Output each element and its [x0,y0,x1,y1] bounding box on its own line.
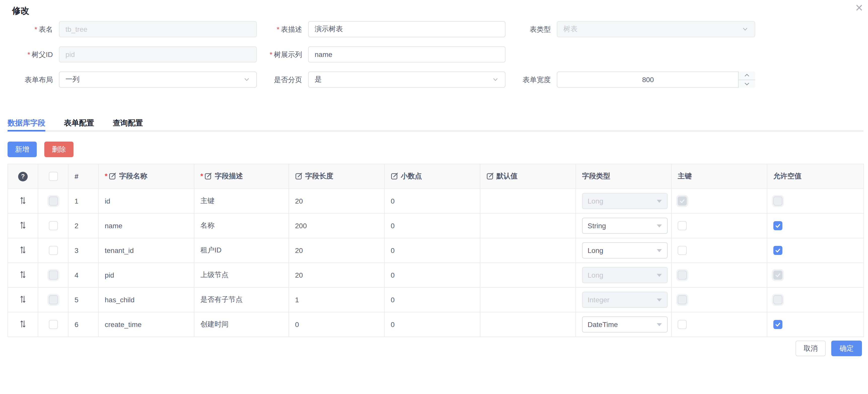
drag-handle-icon[interactable] [20,295,26,303]
tab-query-config[interactable]: 查询配置 [113,115,143,131]
row-select-checkbox [49,295,58,304]
row-select-cell [38,189,68,214]
primary-key-cell [672,263,767,287]
row-select-cell [38,263,68,287]
field-type-select[interactable]: Long [582,242,668,258]
field-type-cell: Long [576,189,672,214]
primary-key-cell [672,287,767,312]
table-name-label: *表名 [0,21,53,37]
field-type-value: Long [588,246,603,254]
field-name-cell: name [98,214,194,238]
row-select-cell [38,287,68,312]
allow-null-cell [767,312,864,337]
row-index-cell: 3 [68,238,98,263]
field-desc-cell: 是否有子节点 [194,287,289,312]
row-select-cell [38,312,68,337]
drag-cell [8,287,38,312]
close-icon[interactable]: × [856,0,863,15]
column-header: 允许空值 [767,164,864,189]
modify-dialog: 修改 × *表名tb_tree*表描述演示树表表类型树表*树父IDpid*树展示… [0,0,868,394]
drag-handle-icon[interactable] [20,221,26,229]
drag-handle-icon[interactable] [20,320,26,328]
allow-null-checkbox[interactable] [773,246,782,255]
column-header: # [68,164,98,189]
primary-key-checkbox[interactable] [678,320,687,329]
column-header-label: 允许空值 [773,172,802,180]
primary-key-checkbox[interactable] [678,246,687,255]
primary-key-checkbox [678,197,687,205]
triangle-down-icon [656,323,662,326]
edit-icon [205,172,212,181]
number-stepper [738,72,755,88]
field-type-value: DateTime [588,320,618,329]
table-toolbar: 新增 删除 [7,142,73,157]
default-value-cell [480,214,576,238]
column-header: 默认值 [480,164,576,189]
stepper-down-button[interactable] [739,80,755,88]
table-row: 1id主键200Long [8,189,864,214]
decimal-cell: 0 [384,312,480,337]
form-layout-select[interactable]: 一列 [59,72,257,88]
triangle-down-icon [656,224,662,227]
select-all-checkbox[interactable] [49,172,58,181]
field-type-select[interactable]: DateTime [582,316,668,333]
form-layout-label: 表单布局 [0,72,53,88]
drag-cell [8,238,38,263]
field-length-cell: 20 [289,238,384,263]
allow-null-checkbox [773,295,782,304]
allow-null-checkbox[interactable] [773,320,782,329]
primary-key-cell [672,214,767,238]
row-index-cell: 1 [68,189,98,214]
ok-button[interactable]: 确定 [831,341,862,356]
paginated-select[interactable]: 是 [308,72,505,88]
primary-key-checkbox[interactable] [678,221,687,230]
form-width-input[interactable]: 800 [557,72,755,88]
field-type-cell: Integer [576,287,672,312]
drag-handle-icon[interactable] [20,246,26,254]
tab-db-fields[interactable]: 数据库字段 [7,115,45,131]
column-header-label: 主键 [678,172,692,180]
add-button[interactable]: 新增 [7,142,37,157]
check-icon [679,198,685,204]
row-index-cell: 6 [68,312,98,337]
primary-key-cell [672,189,767,214]
field-type-cell: Long [576,263,672,287]
field-type-select[interactable]: String [582,218,668,234]
field-type-value: Integer [588,296,610,304]
tree-display-col-value: name [315,50,332,58]
delete-button[interactable]: 删除 [44,142,73,157]
table-row: 2name名称2000String [8,214,864,238]
row-select-checkbox[interactable] [49,221,58,230]
cancel-button[interactable]: 取消 [796,341,826,356]
table-row: 3tenant_id租户ID200Long [8,238,864,263]
required-mark: * [34,25,37,33]
primary-key-checkbox [678,271,687,280]
primary-key-checkbox [678,295,687,304]
tree-display-col-input[interactable]: name [308,46,505,62]
column-header-label: 默认值 [496,172,518,179]
field-type-value: Long [588,271,603,279]
row-select-checkbox[interactable] [49,246,58,255]
table-desc-input[interactable]: 演示树表 [308,21,505,37]
field-type-select: Long [582,193,668,209]
decimal-cell: 0 [384,287,480,312]
field-desc-cell: 主键 [194,189,289,214]
drag-handle-icon[interactable] [20,270,26,278]
field-type-value: String [588,222,606,230]
tab-form-config[interactable]: 表单配置 [64,115,94,131]
check-icon [775,223,781,229]
stepper-up-button[interactable] [739,72,755,80]
column-header: 小数点 [384,164,480,189]
row-select-checkbox[interactable] [49,320,58,329]
form-width-label: 表单宽度 [478,72,551,88]
form-width-value: 800 [563,76,733,84]
allow-null-checkbox[interactable] [773,221,782,230]
drag-cell [8,312,38,337]
form-layout-value: 一列 [65,75,80,84]
column-header: 主键 [672,164,767,189]
column-header: 字段类型 [576,164,672,189]
drag-handle-icon[interactable] [20,196,26,204]
table-header-row: ?#*字段名称*字段描述字段长度小数点默认值字段类型主键允许空值 [8,164,864,189]
default-value-cell [480,263,576,287]
triangle-down-icon [656,249,662,252]
